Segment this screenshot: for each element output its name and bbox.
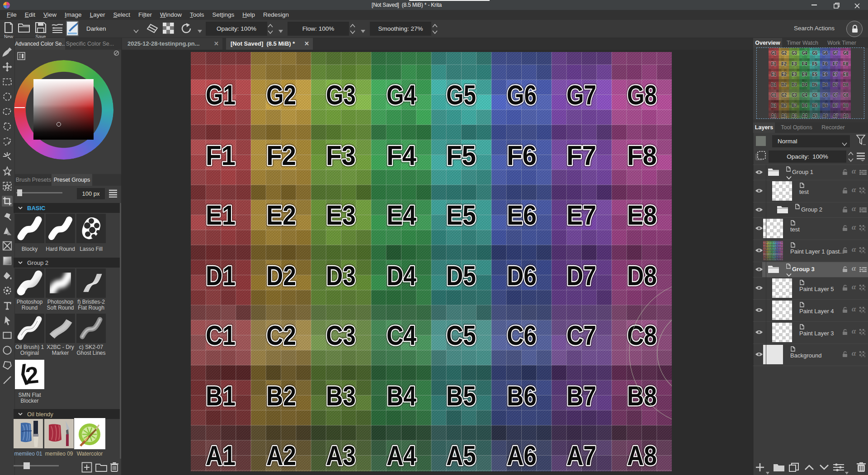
svg-text:B7: B7 <box>566 380 596 411</box>
svg-text:F4: F4 <box>387 140 416 171</box>
svg-text:B2: B2 <box>266 380 296 411</box>
svg-text:F8: F8 <box>627 140 657 171</box>
svg-text:C5: C5 <box>446 320 476 351</box>
svg-text:G6: G6 <box>507 79 537 110</box>
svg-text:D8: D8 <box>627 260 657 291</box>
svg-text:F5: F5 <box>446 140 476 171</box>
svg-text:B3: B3 <box>326 380 356 411</box>
svg-text:E3: E3 <box>326 199 356 230</box>
svg-text:E2: E2 <box>266 199 296 230</box>
svg-text:C7: C7 <box>566 320 596 351</box>
svg-text:E5: E5 <box>446 199 476 230</box>
svg-text:F1: F1 <box>206 140 236 171</box>
svg-text:C2: C2 <box>266 320 296 351</box>
svg-text:F6: F6 <box>507 140 537 171</box>
svg-text:2: 2 <box>24 362 40 389</box>
svg-text:B5: B5 <box>446 380 476 411</box>
svg-text:G4: G4 <box>387 79 416 110</box>
svg-text:F2: F2 <box>266 140 296 171</box>
svg-text:B1: B1 <box>206 380 236 411</box>
svg-text:E8: E8 <box>627 199 657 230</box>
svg-text:C3: C3 <box>326 320 356 351</box>
svg-text:G1: G1 <box>206 79 236 110</box>
svg-text:A8: A8 <box>627 440 657 471</box>
svg-text:E7: E7 <box>566 199 596 230</box>
svg-text:A5: A5 <box>446 440 476 471</box>
svg-text:D7: D7 <box>566 260 596 291</box>
svg-text:A7: A7 <box>566 440 596 471</box>
svg-text:A1: A1 <box>206 440 236 471</box>
svg-text:F7: F7 <box>566 140 596 171</box>
svg-text:A2: A2 <box>266 440 296 471</box>
svg-text:G2: G2 <box>266 79 296 110</box>
svg-text:E6: E6 <box>507 199 537 230</box>
svg-text:G8: G8 <box>627 79 657 110</box>
svg-text:D4: D4 <box>387 260 416 291</box>
svg-text:F3: F3 <box>326 140 356 171</box>
svg-text:G7: G7 <box>566 79 596 110</box>
svg-text:D2: D2 <box>266 260 296 291</box>
svg-text:D5: D5 <box>446 260 476 291</box>
svg-text:E4: E4 <box>387 199 416 230</box>
svg-text:D1: D1 <box>206 260 236 291</box>
svg-text:G5: G5 <box>446 79 476 110</box>
svg-text:B4: B4 <box>387 380 416 411</box>
svg-text:A6: A6 <box>507 440 537 471</box>
svg-text:B6: B6 <box>507 380 537 411</box>
svg-text:C4: C4 <box>387 320 416 351</box>
svg-text:A4: A4 <box>387 440 416 471</box>
svg-text:C6: C6 <box>507 320 537 351</box>
svg-text:A3: A3 <box>326 440 356 471</box>
svg-text:D6: D6 <box>507 260 537 291</box>
svg-text:E1: E1 <box>206 199 236 230</box>
svg-text:D3: D3 <box>326 260 356 291</box>
svg-text:G3: G3 <box>326 79 356 110</box>
svg-text:C1: C1 <box>206 320 236 351</box>
